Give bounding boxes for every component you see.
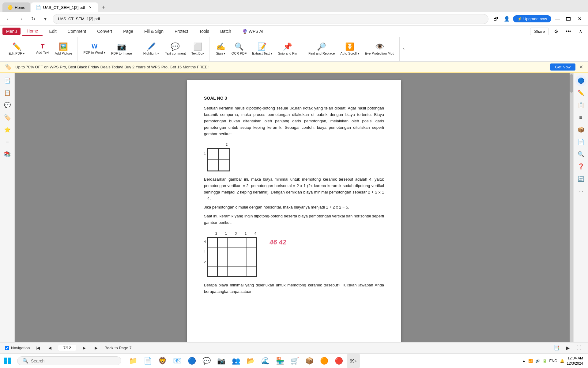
taskbar-mail-icon[interactable]: 📧 xyxy=(170,354,184,368)
sidebar-favorites-icon[interactable]: ⭐ xyxy=(2,124,13,135)
upgrade-button[interactable]: ⚡ Upgrade now xyxy=(513,15,551,22)
taskbar-clock[interactable]: 12:04 AM 12/3/2024 xyxy=(567,356,583,366)
tab-add-button[interactable]: + xyxy=(99,2,108,12)
highlight-button[interactable]: 🖊️ Highlight ~ xyxy=(141,39,162,59)
taskbar-store-icon[interactable]: 🏪 xyxy=(273,354,287,368)
forward-button[interactable]: → xyxy=(16,14,26,24)
tray-volume-icon[interactable]: 🔊 xyxy=(535,359,540,363)
tab-convert[interactable]: Convert xyxy=(92,27,117,36)
settings-icon[interactable]: ⚙ xyxy=(551,26,561,36)
sidebar-right-more-icon[interactable]: ⋯ xyxy=(575,186,586,197)
sidebar-tags-icon[interactable]: 🏷️ xyxy=(2,112,13,123)
tray-battery-icon[interactable]: 🔋 xyxy=(542,359,547,363)
history-button[interactable]: ▾ xyxy=(40,14,50,24)
share-button[interactable]: Share xyxy=(530,28,549,35)
ocr-pdf-button[interactable]: 🔍 OCR PDF xyxy=(229,39,249,59)
pdf-to-word-button[interactable]: W PDF to Word ▾ xyxy=(81,39,108,59)
notification-close-button[interactable]: ✕ xyxy=(579,64,583,70)
close-button[interactable]: ✕ xyxy=(575,14,584,24)
taskbar-search-box[interactable]: 🔍 xyxy=(17,356,121,365)
play-icon[interactable]: ▶ xyxy=(564,344,572,352)
taskbar-browser-icon[interactable]: 🔵 xyxy=(185,354,198,368)
tab-page[interactable]: Page xyxy=(118,27,138,36)
extract-text-button[interactable]: 📝 Extract Text ▾ xyxy=(250,39,275,59)
search-input[interactable] xyxy=(31,358,116,363)
start-button[interactable] xyxy=(0,354,15,368)
edit-pdf-button[interactable]: ✏️ Edit PDF ▾ xyxy=(6,39,27,59)
sidebar-layers-icon[interactable]: 📚 xyxy=(2,149,13,160)
tray-language[interactable]: ENG xyxy=(549,359,557,363)
navigation-label[interactable]: Navigation xyxy=(5,346,30,350)
sidebar-right-ai-icon[interactable]: 🔵 xyxy=(575,75,586,86)
taskbar-edge-icon[interactable]: 🌊 xyxy=(258,354,272,368)
next-page-button[interactable]: ▶ xyxy=(80,344,89,352)
url-field[interactable]: UAS_CT_SEM_1[2].pdf xyxy=(53,14,488,24)
taskbar-whatsapp-icon[interactable]: 💬 xyxy=(200,354,213,368)
add-picture-button[interactable]: 🖼️ Add Picture xyxy=(52,39,75,59)
sidebar-right-search-icon[interactable]: 🔍 xyxy=(575,149,586,160)
minimize-button[interactable]: — xyxy=(552,14,562,24)
page-input[interactable] xyxy=(58,345,76,351)
sidebar-right-sync-icon[interactable]: 🔄 xyxy=(575,173,586,184)
sidebar-bookmarks-icon[interactable]: 📑 xyxy=(2,75,13,86)
sidebar-right-help-icon[interactable]: ❓ xyxy=(575,161,586,172)
sidebar-right-edit-icon[interactable]: ✏️ xyxy=(575,87,586,98)
pdf-to-image-button[interactable]: 📷 PDF to Image xyxy=(109,39,134,59)
taskbar-music-icon[interactable]: 🦁 xyxy=(156,354,169,368)
taskbar-amazon-icon[interactable]: 🛒 xyxy=(288,354,301,368)
taskbar-teams-icon[interactable]: 👥 xyxy=(229,354,243,368)
add-text-button[interactable]: T Add Text xyxy=(34,39,52,59)
prev-page-button[interactable]: ◀ xyxy=(46,344,54,352)
taskbar-explorer-icon[interactable]: 📂 xyxy=(244,354,257,368)
tray-arrow-icon[interactable]: ▲ xyxy=(522,359,526,363)
back-button[interactable]: ← xyxy=(4,14,13,24)
tab-home[interactable]: Home xyxy=(22,27,43,36)
text-box-button[interactable]: ⬜ Text Box xyxy=(189,39,207,59)
taskbar-wps2-icon[interactable]: 🔴 xyxy=(332,354,345,368)
menu-button[interactable]: Menu xyxy=(2,28,21,35)
tab-pdf[interactable]: 📄 UAS_CT_SEM_1[2].pdf ✕ xyxy=(31,2,98,12)
sidebar-right-doc-icon[interactable]: 📄 xyxy=(575,136,586,148)
tab-protect[interactable]: Protect xyxy=(170,27,193,36)
taskbar-instagram-icon[interactable]: 📷 xyxy=(214,354,228,368)
sign-button[interactable]: ✍️ Sign ▾ xyxy=(213,39,228,59)
taskbar-amazon2-icon[interactable]: 🟠 xyxy=(317,354,331,368)
tab-comment[interactable]: Comment xyxy=(63,27,91,36)
get-now-button[interactable]: Get Now xyxy=(550,63,575,71)
maximize-button[interactable]: 🗖 xyxy=(564,14,573,24)
user-avatar[interactable]: 👤 xyxy=(502,14,512,24)
sidebar-right-clipboard-icon[interactable]: 📋 xyxy=(575,100,586,111)
find-replace-button[interactable]: 🔎 Find and Replace xyxy=(306,39,337,59)
navigation-toggle[interactable] xyxy=(5,346,9,350)
taskbar-dropbox-icon[interactable]: 📦 xyxy=(303,354,316,368)
refresh-button[interactable]: ↻ xyxy=(28,14,38,24)
sidebar-pages-icon[interactable]: 📋 xyxy=(2,87,13,98)
fullscreen-icon[interactable]: ⛶ xyxy=(575,344,583,352)
auto-scroll-button[interactable]: ⏬ Auto Scroll ▾ xyxy=(338,39,362,59)
tray-wifi-icon[interactable]: 📶 xyxy=(528,359,533,363)
more-options-icon[interactable]: ••• xyxy=(564,26,573,36)
sidebar-right-box-icon[interactable]: 📦 xyxy=(575,124,586,135)
first-page-button[interactable]: |◀ xyxy=(33,344,42,352)
last-page-button[interactable]: ▶| xyxy=(92,344,101,352)
sidebar-menu-icon[interactable]: ≡ xyxy=(2,136,13,148)
taskbar-wps-icon[interactable]: 📄 xyxy=(141,354,154,368)
sidebar-comments-icon[interactable]: 💬 xyxy=(2,100,13,111)
snip-pin-button[interactable]: 📌 Snip and Pin xyxy=(276,39,300,59)
tab-edit[interactable]: Edit xyxy=(44,27,61,36)
vertical-scrollbar[interactable] xyxy=(570,73,573,342)
scrollbar-thumb[interactable] xyxy=(570,74,573,93)
collapse-ribbon-icon[interactable]: ∧ xyxy=(576,26,586,36)
tab-wps-ai[interactable]: 🔮 WPS AI xyxy=(237,27,268,36)
ribbon-more-button[interactable]: › xyxy=(401,46,407,52)
tab-tools[interactable]: Tools xyxy=(194,27,214,36)
tab-pdf-close[interactable]: ✕ xyxy=(88,5,93,10)
tab-batch[interactable]: Batch xyxy=(215,27,236,36)
taskbar-notifications-badge[interactable]: 99+ xyxy=(347,354,360,368)
pdf-viewer[interactable]: SOAL NO 3 Sebuah keramik harus dipotong-… xyxy=(15,73,573,342)
text-comment-button[interactable]: 💬 Text comment xyxy=(162,39,188,59)
tray-bell-icon[interactable]: 🔔 xyxy=(560,359,564,363)
sidebar-right-list-icon[interactable]: ≡ xyxy=(575,112,586,123)
tab-home[interactable]: 🟡 Home xyxy=(2,2,30,12)
eye-protection-button[interactable]: 👁️ Eye Protection Mod xyxy=(363,39,397,59)
